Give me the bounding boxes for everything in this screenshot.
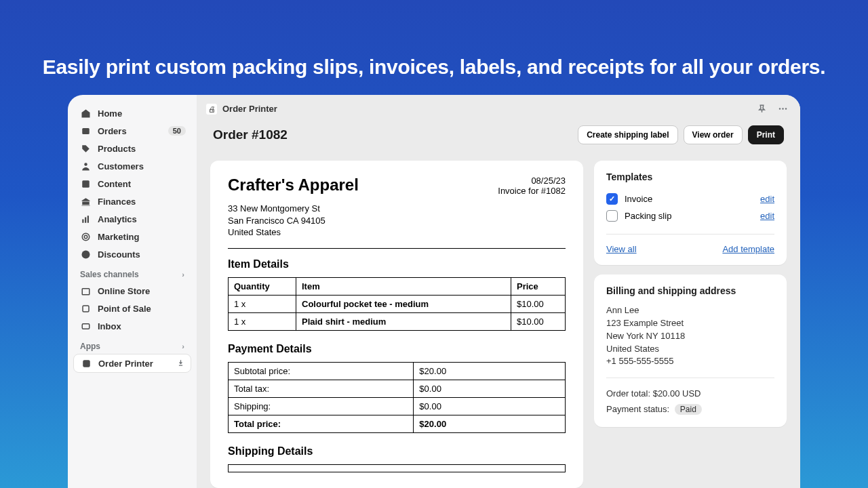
sidebar-item-label: Inbox bbox=[98, 321, 121, 331]
sidebar-item-customers[interactable]: Customers bbox=[73, 157, 191, 175]
analytics-icon bbox=[80, 214, 91, 224]
invoice-subtitle: Invoice for #1082 bbox=[498, 186, 566, 196]
svg-rect-2 bbox=[82, 180, 90, 188]
billing-heading: Billing and shipping address bbox=[606, 285, 774, 296]
sidebar-item-label: Point of Sale bbox=[98, 304, 151, 314]
sidebar-section-sales-channels[interactable]: Sales channels › bbox=[73, 263, 191, 282]
home-icon bbox=[80, 108, 91, 119]
print-button[interactable]: Print bbox=[748, 125, 784, 144]
orders-badge: 50 bbox=[168, 126, 186, 136]
content: Crafter's Apparel 08/25/23 Invoice for #… bbox=[197, 150, 800, 488]
pos-icon bbox=[80, 303, 91, 314]
table-row: 1 x Plaid shirt - medium $10.00 bbox=[229, 312, 566, 330]
templates-heading: Templates bbox=[606, 171, 774, 182]
payment-table: Subtotal price:$20.00 Total tax:$0.00 Sh… bbox=[228, 362, 566, 433]
marketing-headline: Easily print custom packing slips, invoi… bbox=[0, 0, 868, 79]
order-total: Order total: $20.00 USD bbox=[606, 388, 774, 401]
payment-details-heading: Payment Details bbox=[228, 343, 566, 355]
sidebar-item-marketing[interactable]: Marketing bbox=[73, 228, 191, 245]
table-row: 1 x Colourful pocket tee - medium $10.00 bbox=[229, 295, 566, 312]
discount-icon bbox=[80, 249, 91, 260]
sidebar-item-label: Marketing bbox=[98, 232, 139, 242]
divider bbox=[606, 378, 774, 378]
invoice-preview: Crafter's Apparel 08/25/23 Invoice for #… bbox=[210, 161, 583, 488]
view-all-templates-link[interactable]: View all bbox=[606, 244, 637, 254]
sidebar-item-label: Content bbox=[98, 179, 131, 189]
svg-rect-0 bbox=[82, 128, 90, 134]
add-template-link[interactable]: Add template bbox=[722, 244, 774, 254]
billing-address: Ann Lee 123 Example Street New York NY 1… bbox=[606, 304, 774, 368]
svg-rect-10 bbox=[83, 306, 89, 312]
company-address: 33 New Montgomery St San Francisco CA 94… bbox=[228, 203, 566, 239]
svg-point-15 bbox=[785, 108, 787, 109]
sidebar-item-inbox[interactable]: Inbox bbox=[73, 317, 191, 335]
svg-point-14 bbox=[782, 108, 783, 109]
sidebar-item-products[interactable]: Products bbox=[73, 140, 191, 157]
app-icon: 🖨 bbox=[206, 104, 217, 115]
payment-status: Payment status: Paid bbox=[606, 403, 774, 416]
svg-point-7 bbox=[84, 235, 87, 239]
col-quantity: Quantity bbox=[229, 277, 296, 295]
svg-rect-12 bbox=[83, 360, 90, 367]
app-name: Order Printer bbox=[222, 104, 277, 114]
templates-card: Templates Invoice edit Packing slip edit… bbox=[594, 161, 787, 265]
edit-invoice-link[interactable]: edit bbox=[760, 194, 774, 204]
divider bbox=[228, 248, 566, 249]
chevron-right-icon: › bbox=[182, 342, 184, 350]
svg-rect-5 bbox=[87, 216, 88, 223]
company-name: Crafter's Apparel bbox=[228, 176, 359, 196]
svg-point-8 bbox=[81, 250, 90, 258]
sidebar-item-label: Home bbox=[98, 108, 122, 119]
invoice-date: 08/25/23 bbox=[498, 176, 566, 186]
inbox-icon bbox=[80, 321, 91, 331]
view-order-button[interactable]: View order bbox=[684, 125, 743, 144]
svg-rect-11 bbox=[82, 323, 90, 329]
svg-rect-9 bbox=[82, 288, 90, 294]
svg-rect-3 bbox=[82, 219, 83, 222]
item-details-heading: Item Details bbox=[228, 258, 566, 270]
col-item: Item bbox=[296, 277, 511, 295]
target-icon bbox=[80, 231, 91, 242]
table-row: Shipping:$0.00 bbox=[229, 397, 566, 415]
sidebar-item-home[interactable]: Home bbox=[73, 104, 191, 122]
svg-point-13 bbox=[779, 108, 781, 109]
sidebar-item-content[interactable]: Content bbox=[73, 175, 191, 192]
printer-icon bbox=[81, 358, 92, 369]
create-shipping-label-button[interactable]: Create shipping label bbox=[578, 125, 677, 144]
sidebar-item-label: Online Store bbox=[98, 286, 150, 296]
sidebar-item-finances[interactable]: Finances bbox=[73, 192, 191, 210]
pin-button[interactable] bbox=[754, 101, 770, 117]
bank-icon bbox=[80, 196, 91, 207]
sidebar-item-discounts[interactable]: Discounts bbox=[73, 245, 191, 263]
more-button[interactable] bbox=[775, 101, 791, 117]
person-icon bbox=[80, 161, 91, 171]
sidebar: Home Orders 50 Products Customers Conten… bbox=[68, 95, 197, 488]
col-price: Price bbox=[511, 277, 566, 295]
items-table: Quantity Item Price 1 x Colourful pocket… bbox=[228, 277, 566, 331]
sidebar-item-orders[interactable]: Orders 50 bbox=[73, 122, 191, 140]
sidebar-section-apps[interactable]: Apps › bbox=[73, 335, 191, 354]
sidebar-item-order-printer[interactable]: Order Printer bbox=[73, 354, 191, 373]
template-row-packing-slip: Packing slip edit bbox=[606, 207, 774, 224]
sidebar-item-online-store[interactable]: Online Store bbox=[73, 282, 191, 300]
svg-point-1 bbox=[84, 163, 87, 166]
sidebar-item-label: Customers bbox=[98, 161, 144, 171]
orders-icon bbox=[80, 125, 91, 136]
table-row: Subtotal price:$20.00 bbox=[229, 362, 566, 380]
pin-icon[interactable] bbox=[176, 359, 185, 368]
checkbox-invoice[interactable] bbox=[606, 193, 618, 205]
sidebar-item-label: Finances bbox=[98, 197, 136, 207]
sidebar-item-label: Analytics bbox=[98, 214, 137, 224]
status-badge: Paid bbox=[675, 404, 702, 415]
edit-packing-slip-link[interactable]: edit bbox=[760, 211, 774, 221]
sidebar-item-label: Orders bbox=[98, 126, 127, 136]
table-row bbox=[229, 464, 566, 472]
svg-rect-4 bbox=[85, 217, 86, 222]
table-row-total: Total price:$20.00 bbox=[229, 415, 566, 432]
template-name: Invoice bbox=[625, 194, 652, 204]
sidebar-item-analytics[interactable]: Analytics bbox=[73, 210, 191, 228]
page-title: Order #1082 bbox=[213, 127, 288, 142]
sidebar-item-point-of-sale[interactable]: Point of Sale bbox=[73, 300, 191, 317]
billing-card: Billing and shipping address Ann Lee 123… bbox=[594, 274, 787, 427]
checkbox-packing-slip[interactable] bbox=[606, 210, 618, 222]
